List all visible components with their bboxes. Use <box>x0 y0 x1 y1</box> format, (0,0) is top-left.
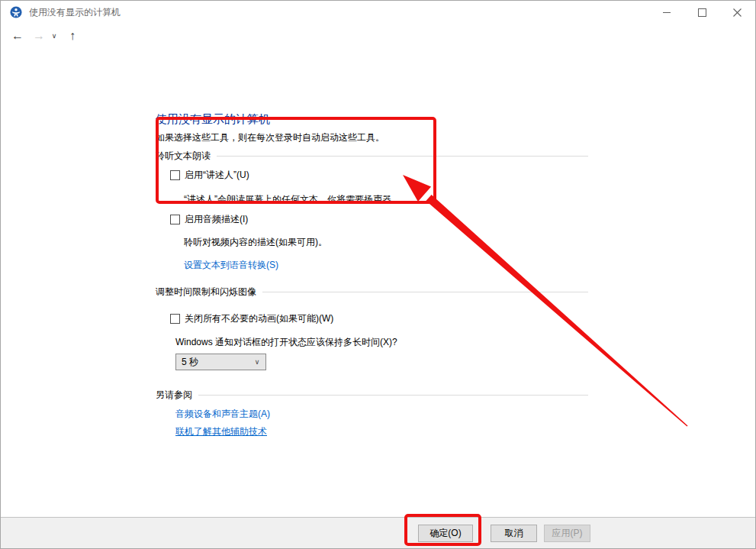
section-time-limits: 调整时间限制和闪烁图像 <box>156 286 588 299</box>
animations-checkbox-label[interactable]: 关闭所有不必要的动画(如果可能)(W) <box>185 312 333 325</box>
ease-of-access-icon <box>10 6 22 18</box>
ok-button[interactable]: 确定(O) <box>418 525 473 542</box>
apply-button[interactable]: 应用(P) <box>544 525 590 542</box>
assistive-tech-online-link[interactable]: 联机了解其他辅助技术 <box>175 425 267 438</box>
window-controls <box>649 1 754 24</box>
page-title: 使用没有显示的计算机 <box>156 112 270 127</box>
text-to-speech-link[interactable]: 设置文本到语音转换(S) <box>184 259 278 272</box>
cancel-button[interactable]: 取消 <box>491 525 537 542</box>
notification-duration-value: 5 秒 <box>176 356 249 369</box>
audio-description-checkbox-row: 启用音频描述(I) <box>170 213 248 226</box>
combo-chevron-down-icon: ∨ <box>249 358 265 366</box>
up-icon[interactable]: ↑ <box>63 24 82 48</box>
notification-duration-select[interactable]: 5 秒 ∨ <box>175 354 266 370</box>
narrator-checkbox-row: 启用“讲述人”(U) <box>170 169 249 182</box>
footer-bar: 确定(O) 取消 应用(P) <box>1 517 755 548</box>
section-hear-text: 聆听文本朗读 <box>156 150 588 163</box>
section-divider <box>217 156 588 157</box>
page-subtitle: 如果选择这些工具，则在每次登录时自动启动这些工具。 <box>156 131 384 144</box>
animations-checkbox[interactable] <box>170 314 180 324</box>
audio-description-description: 聆听对视频内容的描述(如果可用)。 <box>184 236 327 249</box>
animations-checkbox-row: 关闭所有不必要的动画(如果可能)(W) <box>170 312 333 325</box>
audio-description-checkbox-label[interactable]: 启用音频描述(I) <box>185 213 248 226</box>
section-see-also-heading: 另请参阅 <box>156 389 192 402</box>
narrator-description: “讲述人”会朗读屏幕上的任何文本。你将需要扬声器。 <box>184 193 401 206</box>
recent-pages-chevron-icon[interactable]: ∨ <box>48 24 60 48</box>
audio-description-checkbox[interactable] <box>170 215 180 224</box>
section-divider <box>262 292 588 292</box>
close-button[interactable] <box>719 1 754 24</box>
audio-devices-link[interactable]: 音频设备和声音主题(A) <box>175 408 270 421</box>
forward-icon[interactable]: → <box>30 24 48 48</box>
section-time-limits-heading: 调整时间限制和闪烁图像 <box>156 286 256 299</box>
window-title: 使用没有显示的计算机 <box>29 6 121 19</box>
minimize-button[interactable] <box>649 1 684 24</box>
content-pane: 使用没有显示的计算机 如果选择这些工具，则在每次登录时自动启动这些工具。 聆听文… <box>1 48 755 515</box>
section-hear-text-heading: 聆听文本朗读 <box>156 150 211 163</box>
maximize-button[interactable] <box>684 1 719 24</box>
titlebar: 使用没有显示的计算机 <box>1 1 755 24</box>
navigation-bar: ← → ∨ ↑ › 控制面板 › 轻松使用 › 轻松使用设置中心 › 使用没有显… <box>1 24 755 48</box>
notification-duration-label: Windows 通知对话框的打开状态应该保持多长时间(X)? <box>175 336 397 349</box>
section-see-also: 另请参阅 <box>156 389 588 402</box>
back-icon[interactable]: ← <box>8 24 27 48</box>
window: 使用没有显示的计算机 ← → ∨ ↑ <box>0 0 756 549</box>
section-divider <box>198 395 588 396</box>
narrator-checkbox-label[interactable]: 启用“讲述人”(U) <box>185 169 249 182</box>
narrator-checkbox[interactable] <box>170 170 180 180</box>
